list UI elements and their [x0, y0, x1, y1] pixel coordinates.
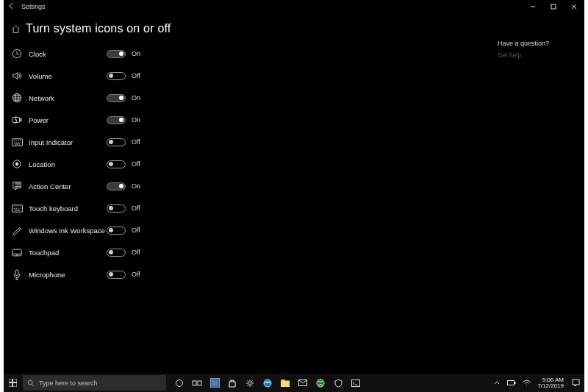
toggle-ink-workspace[interactable]	[107, 227, 126, 235]
setting-label: Power	[24, 116, 107, 124]
toggle-volume[interactable]	[107, 72, 126, 80]
svg-point-23	[248, 382, 251, 385]
taskbar-clock[interactable]: 9:06 AM 7/12/2019	[536, 377, 565, 389]
svg-rect-0	[551, 4, 556, 9]
toggle-network[interactable]	[107, 94, 126, 102]
minimize-button[interactable]	[523, 0, 543, 13]
toggle-state-label: On	[132, 94, 140, 101]
search-box[interactable]: Type here to search	[23, 375, 166, 391]
cortana-icon[interactable]	[171, 374, 188, 392]
svg-rect-32	[573, 379, 579, 385]
svg-rect-12	[15, 269, 18, 275]
svg-point-28	[317, 379, 324, 387]
toggle-clock[interactable]	[107, 50, 126, 58]
setting-row-network: NetworkOn	[10, 87, 498, 109]
tray-battery-icon[interactable]	[506, 374, 517, 392]
clock-icon	[10, 49, 24, 59]
toggle-state-label: Off	[132, 204, 140, 212]
svg-rect-13	[9, 379, 12, 382]
tray-chevron-icon[interactable]	[492, 374, 502, 392]
search-placeholder: Type here to search	[39, 379, 98, 387]
taskbar-app-word[interactable]	[206, 374, 223, 392]
tray-wifi-icon[interactable]	[521, 374, 531, 392]
setting-label: Input Indicator	[24, 138, 107, 146]
toggle-microphone[interactable]	[107, 271, 126, 279]
setting-row-volume: VolumeOff	[10, 65, 498, 87]
svg-point-17	[28, 380, 32, 385]
svg-rect-10	[12, 204, 22, 211]
setting-label: Touchpad	[24, 249, 107, 257]
volume-icon	[10, 71, 24, 81]
setting-row-action-center-row: Action CenterOn	[10, 175, 498, 197]
toggle-location[interactable]	[107, 160, 126, 168]
toggle-state-label: On	[132, 50, 140, 57]
action-center-icon[interactable]	[570, 374, 581, 392]
location-icon	[10, 159, 24, 169]
task-view-icon[interactable]	[188, 374, 206, 392]
svg-rect-14	[12, 379, 17, 382]
taskbar-app-terminal[interactable]	[347, 374, 365, 392]
setting-row-touchpad: TouchpadOff	[10, 241, 498, 263]
svg-point-8	[15, 163, 18, 165]
svg-rect-5	[20, 118, 21, 121]
start-button[interactable]	[4, 374, 21, 392]
home-icon[interactable]	[10, 24, 21, 34]
taskbar-app-mail[interactable]	[294, 374, 312, 392]
toggle-power[interactable]	[107, 116, 126, 124]
svg-rect-16	[12, 383, 17, 388]
clock-date: 7/12/2019	[537, 383, 564, 389]
svg-rect-20	[198, 381, 201, 385]
setting-label: Touch keyboard	[24, 204, 107, 213]
side-panel: Have a question? Get help	[498, 18, 578, 285]
svg-rect-30	[508, 381, 514, 385]
toggle-input-indicator[interactable]	[107, 138, 126, 146]
taskbar-app-store[interactable]	[223, 374, 241, 392]
taskbar-app-settings[interactable]	[241, 374, 259, 392]
action-center-row-icon	[10, 181, 24, 191]
titlebar: Settings	[4, 0, 584, 13]
svg-rect-6	[12, 138, 22, 145]
toggle-state-label: Off	[132, 271, 140, 278]
toggle-state-label: Off	[132, 72, 140, 79]
toggle-touch-keyboard[interactable]	[107, 204, 126, 213]
setting-row-input-indicator: Input IndicatorOff	[10, 131, 498, 153]
svg-point-18	[176, 379, 183, 386]
setting-row-clock: ClockOn	[10, 43, 498, 65]
toggle-action-center-row[interactable]	[107, 182, 126, 190]
taskbar-app-explorer[interactable]	[276, 374, 294, 392]
setting-row-ink-workspace: Windows Ink WorkspaceOff	[10, 219, 498, 241]
setting-label: Clock	[24, 50, 107, 58]
network-icon	[10, 93, 24, 103]
input-indicator-icon	[10, 138, 24, 146]
setting-label: Windows Ink Workspace	[24, 227, 107, 235]
setting-row-touch-keyboard: Touch keyboardOff	[10, 197, 498, 219]
main-content: Turn system icons on or off ClockOnVolum…	[10, 18, 498, 285]
maximize-button[interactable]	[543, 0, 564, 13]
settings-window: Settings Turn system icons on or off Clo…	[4, 0, 584, 374]
svg-rect-19	[193, 381, 196, 385]
svg-rect-15	[9, 383, 12, 388]
toggle-state-label: Off	[132, 249, 140, 256]
close-button[interactable]	[564, 0, 584, 13]
taskbar-app-security[interactable]	[329, 374, 347, 392]
toggle-state-label: On	[132, 116, 140, 124]
search-icon	[27, 377, 35, 390]
back-button[interactable]	[4, 2, 20, 11]
setting-label: Microphone	[24, 271, 107, 279]
ink-workspace-icon	[10, 225, 24, 235]
toggle-state-label: Off	[132, 160, 140, 168]
toggle-touchpad[interactable]	[107, 249, 126, 257]
setting-row-microphone: MicrophoneOff	[10, 263, 498, 285]
setting-label: Action Center	[24, 182, 107, 190]
taskbar-app-xbox[interactable]	[312, 374, 329, 392]
setting-label: Location	[24, 160, 107, 168]
touchpad-icon	[10, 249, 24, 257]
microphone-icon	[10, 269, 24, 280]
setting-row-location: LocationOff	[10, 153, 498, 175]
get-help-link[interactable]: Get help	[498, 51, 578, 59]
setting-row-power: PowerOn	[10, 109, 498, 131]
touch-keyboard-icon	[10, 204, 24, 213]
taskbar-app-edge[interactable]	[259, 374, 276, 392]
svg-rect-31	[514, 382, 516, 384]
taskbar: Type here to search 9:06 AM 7/12/2019	[4, 374, 584, 392]
